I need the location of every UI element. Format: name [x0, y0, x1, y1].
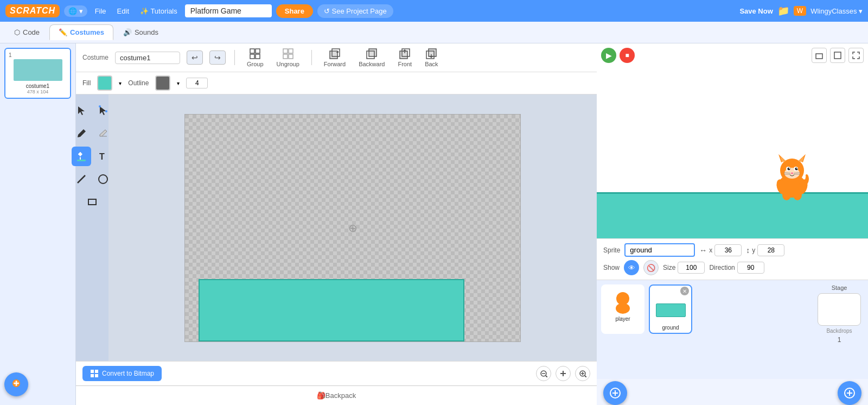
outline-color-swatch[interactable]	[155, 75, 170, 91]
canvas-crosshair: ⊕	[348, 222, 358, 235]
share-button[interactable]: Share	[276, 4, 313, 18]
group-tool[interactable]: Group	[244, 47, 267, 68]
svg-point-66	[616, 303, 630, 314]
ungroup-icon	[282, 48, 294, 60]
convert-to-bitmap-button[interactable]: Convert to Bitmap	[82, 366, 162, 381]
fullscreen-button[interactable]	[848, 48, 864, 63]
see-project-page-button[interactable]: ↺ See Project Page	[317, 4, 393, 18]
svg-rect-18	[429, 49, 436, 56]
tab-code[interactable]: ⬡ Code	[5, 25, 48, 40]
ungroup-tool[interactable]: Ungroup	[273, 47, 303, 68]
svg-line-40	[585, 376, 586, 377]
edit-menu[interactable]: Edit	[114, 7, 132, 15]
svg-point-55	[796, 168, 797, 169]
svg-point-52	[788, 168, 790, 170]
user-name[interactable]: WlingyClasses ▾	[810, 7, 863, 15]
y-coord-label: y	[752, 246, 755, 254]
back-tool[interactable]: Back	[422, 47, 441, 68]
bitmap-icon	[90, 369, 99, 378]
tab-sounds[interactable]: 🔊 Sounds	[114, 25, 167, 40]
costume-thumbnail[interactable]: 1 costume1 478 x 104	[4, 48, 71, 99]
outline-label: Outline	[128, 79, 149, 87]
forward-tool[interactable]: Forward	[321, 47, 349, 68]
sprite-card-player[interactable]: player	[601, 284, 644, 334]
svg-point-64	[793, 189, 802, 200]
tab-costumes[interactable]: ✏️ Costumes	[49, 24, 113, 40]
select-arrow-icon	[76, 105, 87, 116]
select-tool[interactable]	[72, 101, 91, 121]
add-backdrop-button[interactable]	[838, 381, 861, 405]
sprite-card-ground-label: ground	[652, 325, 689, 331]
user-avatar: W	[794, 6, 806, 16]
zoom-out-button[interactable]	[536, 366, 551, 381]
project-name-input[interactable]	[185, 4, 272, 17]
svg-rect-27	[88, 199, 96, 205]
y-coord-input[interactable]	[757, 244, 784, 256]
fill-tool[interactable]	[72, 147, 91, 166]
large-stage-button[interactable]	[830, 48, 845, 63]
tools-sidebar: T	[76, 94, 108, 361]
costume-icon: ✏️	[59, 28, 67, 36]
backward-tool[interactable]: Backward	[355, 47, 388, 68]
fill-dropdown-arrow[interactable]: ▾	[119, 80, 122, 86]
costume-name-input[interactable]	[115, 52, 180, 64]
direction-group: Direction	[709, 262, 764, 274]
rect-tool[interactable]	[82, 192, 102, 212]
outline-dropdown-arrow[interactable]: ▾	[177, 80, 180, 86]
hide-eye-button[interactable]: 🚫	[643, 260, 659, 275]
costume-thumb-preview	[14, 59, 62, 81]
costume-toolbar: Costume ↩ ↪ Group Ungroup Forward Backwa…	[76, 43, 597, 72]
backpack-icon: 🎒	[317, 391, 326, 400]
sprite-name-input[interactable]	[624, 243, 695, 257]
cat-sprite-svg	[765, 149, 819, 203]
line-tool[interactable]	[72, 169, 91, 189]
brush-icon	[76, 128, 87, 139]
sprite-label: Sprite	[603, 246, 620, 254]
redo-button[interactable]: ↪	[209, 50, 226, 65]
costume-label: Costume	[82, 54, 108, 61]
green-flag-button[interactable]: ▶	[601, 48, 616, 63]
add-costume-button[interactable]	[4, 372, 28, 396]
stage-ground	[597, 192, 868, 238]
folder-icon[interactable]: 📁	[777, 5, 789, 17]
file-menu[interactable]: File	[92, 7, 110, 15]
sprite-card-ground[interactable]: ✕ ground	[649, 284, 692, 334]
costume-sidebar: 1 costume1 478 x 104	[0, 43, 76, 405]
save-now-button[interactable]: Save Now	[739, 7, 773, 15]
tutorials-menu[interactable]: ✨ Tutorials	[137, 7, 181, 15]
right-panel: ▶ ■	[597, 43, 868, 405]
costume-editor: Costume ↩ ↪ Group Ungroup Forward Backwa…	[76, 43, 597, 405]
x-coord-input[interactable]	[714, 244, 742, 256]
add-sprite-button[interactable]	[603, 381, 627, 405]
small-stage-button[interactable]	[812, 48, 827, 63]
back-icon	[425, 48, 437, 60]
x-coord-group: ↔ x	[699, 244, 742, 256]
direction-input[interactable]	[737, 262, 764, 274]
brush-tool[interactable]	[72, 124, 91, 143]
canvas-ground-rect	[199, 279, 464, 341]
tool-row-1	[72, 101, 113, 121]
size-input[interactable]	[678, 262, 705, 274]
fill-color-swatch[interactable]	[97, 75, 112, 91]
svg-point-54	[789, 168, 790, 169]
canvas-area[interactable]: ⊕	[108, 94, 597, 361]
sprite-card-ground-img	[654, 296, 687, 324]
sprite-delete-button[interactable]: ✕	[680, 287, 689, 295]
drawing-area: T	[76, 94, 597, 361]
stop-button[interactable]: ■	[620, 48, 635, 63]
ellipse-icon	[98, 174, 108, 185]
show-eye-button[interactable]: 👁	[624, 260, 639, 275]
stage-mini-preview[interactable]	[818, 293, 861, 326]
outline-size-input[interactable]	[186, 78, 208, 88]
sprite-info-panel: Sprite ↔ x ↕ y Show 👁 🚫 Size	[597, 239, 868, 280]
undo-button[interactable]: ↩	[187, 50, 203, 65]
zoom-reset-button[interactable]	[556, 366, 571, 381]
front-tool[interactable]: Front	[394, 47, 415, 68]
language-selector[interactable]: 🌐 ▾	[64, 5, 87, 17]
show-row: Show 👁 🚫 Size Direction	[603, 260, 861, 275]
zoom-controls	[536, 366, 590, 381]
svg-rect-10	[283, 54, 288, 59]
backpack-bar[interactable]: 🎒 Backpack	[76, 385, 597, 405]
scratch-logo[interactable]: SCRATCH	[5, 4, 60, 17]
zoom-in-button[interactable]	[575, 366, 590, 381]
